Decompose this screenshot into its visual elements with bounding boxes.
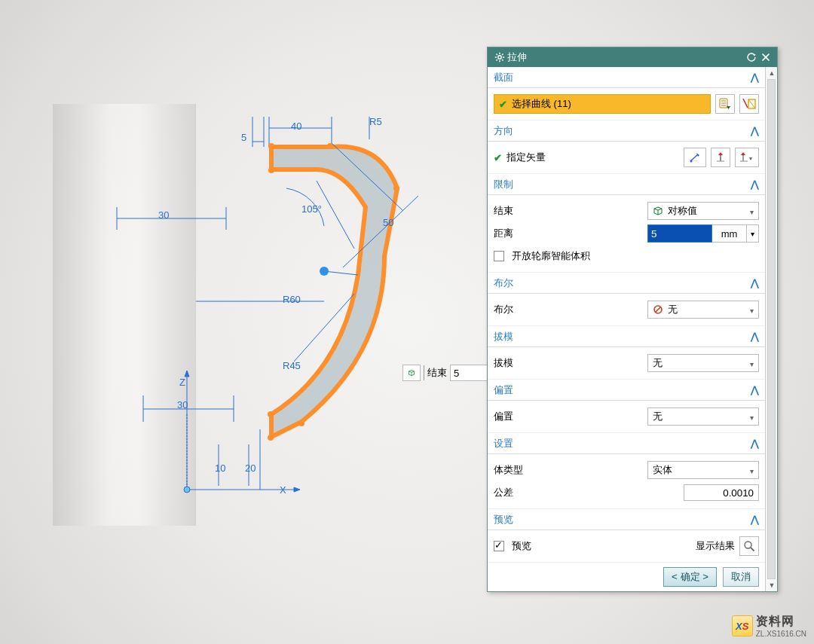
distance-label: 距离 — [494, 227, 562, 240]
dim-r5[interactable]: R5 — [369, 116, 382, 127]
distance-dropdown[interactable]: ▾ — [747, 224, 759, 243]
svg-line-36 — [496, 60, 497, 61]
draft-value: 无 — [653, 356, 663, 370]
section-title-draft: 拔模 — [494, 330, 513, 343]
svg-line-9 — [317, 181, 354, 249]
svg-line-45 — [743, 99, 748, 108]
open-profile-checkbox[interactable] — [494, 251, 504, 261]
ok-button[interactable]: < 确定 > — [663, 567, 717, 587]
svg-marker-24 — [294, 487, 300, 492]
dim-105deg[interactable]: 105° — [301, 203, 322, 215]
panel-title-text: 拉伸 — [507, 50, 744, 64]
distance-unit[interactable]: mm — [712, 224, 747, 243]
reset-icon[interactable] — [746, 52, 757, 63]
section-title-boolean: 布尔 — [494, 276, 513, 290]
svg-point-28 — [498, 56, 501, 59]
chevron-up-icon: ⋀ — [751, 438, 759, 449]
scroll-down-icon[interactable]: ▼ — [766, 579, 778, 591]
bodytype-select[interactable]: 实体 — [647, 461, 759, 479]
boolean-select[interactable]: 无 — [647, 301, 759, 319]
watermark-logo: XS — [732, 615, 753, 636]
chevron-up-icon: ⋀ — [751, 277, 759, 288]
watermark: XS 资料网 ZL.XS1616.CN — [732, 614, 806, 638]
check-icon: ✔ — [494, 152, 502, 163]
dim-r60[interactable]: R60 — [283, 294, 301, 305]
dim-30-bot[interactable]: 30 — [177, 399, 188, 411]
end-type-select[interactable]: 对称值 — [647, 202, 759, 220]
offset-select[interactable]: 无 — [647, 407, 759, 426]
section-header-offset[interactable]: 偏置 ⋀ — [488, 380, 765, 401]
floating-cube-icon[interactable] — [402, 365, 421, 381]
cancel-label: 取消 — [731, 571, 751, 582]
chevron-up-icon: ⋀ — [751, 514, 759, 525]
bodytype-value: 实体 — [653, 463, 672, 477]
arc-center[interactable] — [320, 267, 329, 276]
panel-scrollbar[interactable]: ▲ ▼ — [765, 67, 777, 591]
dim-r45[interactable]: R45 — [283, 360, 301, 371]
select-curve-field[interactable]: ✔ 选择曲线 (11) — [494, 94, 711, 114]
reverse-vector-button[interactable] — [711, 148, 730, 167]
draft-select[interactable]: 无 — [647, 354, 759, 372]
dim-30-top[interactable]: 30 — [158, 209, 169, 221]
show-result-button[interactable] — [739, 536, 759, 556]
section-title-section: 截面 — [494, 71, 513, 84]
cancel-button[interactable]: 取消 — [723, 567, 759, 587]
open-profile-label: 开放轮廓智能体积 — [512, 249, 590, 263]
dim-10[interactable]: 10 — [215, 462, 225, 474]
chevron-up-icon: ⋀ — [751, 72, 759, 83]
section-header-settings[interactable]: 设置 ⋀ — [488, 433, 765, 454]
vector-pick-button[interactable]: … — [684, 148, 706, 167]
watermark-name: 资料网 — [756, 614, 806, 630]
svg-text:…: … — [693, 157, 697, 162]
svg-line-60 — [656, 307, 661, 313]
section-header-limit[interactable]: 限制 ⋀ — [488, 174, 765, 195]
dim-40[interactable]: 40 — [291, 121, 301, 132]
section-header-draft[interactable]: 拔模 ⋀ — [488, 326, 765, 347]
scroll-up-icon[interactable]: ▲ — [766, 67, 778, 79]
magnifier-icon — [743, 540, 755, 552]
section-title-preview: 预览 — [494, 513, 513, 526]
section-title-direction: 方向 — [494, 124, 513, 138]
section-title-offset: 偏置 — [494, 383, 513, 397]
offset-label: 偏置 — [494, 410, 562, 423]
section-header-boolean[interactable]: 布尔 ⋀ — [488, 273, 765, 294]
svg-line-35 — [502, 53, 503, 55]
check-icon: ✔ — [499, 99, 507, 110]
tolerance-label: 公差 — [494, 486, 562, 499]
sketch-svg — [68, 98, 490, 542]
tolerance-input[interactable] — [684, 484, 759, 501]
section-header-section[interactable]: 截面 ⋀ — [488, 67, 765, 88]
select-curve-label: 选择曲线 (11) — [512, 97, 571, 111]
svg-text:▾: ▾ — [749, 155, 752, 162]
axis-x-label: X — [280, 484, 286, 496]
curve-list-button[interactable] — [715, 94, 735, 114]
offset-value: 无 — [653, 410, 663, 423]
svg-marker-53 — [718, 152, 723, 155]
section-header-direction[interactable]: 方向 ⋀ — [488, 121, 765, 142]
dim-50[interactable]: 50 — [383, 217, 393, 228]
boolean-label: 布尔 — [494, 303, 562, 316]
section-title-settings: 设置 — [494, 437, 513, 450]
profile-outline[interactable] — [271, 147, 397, 437]
svg-marker-37 — [753, 54, 755, 56]
dim-5[interactable]: 5 — [241, 132, 246, 143]
section-header-preview[interactable]: 预览 ⋀ — [488, 509, 765, 530]
svg-line-34 — [502, 60, 503, 61]
svg-line-47 — [748, 99, 755, 108]
vector-mode-button[interactable]: ▾ — [735, 148, 759, 167]
cube-icon — [653, 206, 663, 216]
close-icon[interactable] — [761, 53, 770, 62]
chevron-up-icon: ⋀ — [751, 331, 759, 342]
dim-20[interactable]: 20 — [245, 462, 256, 474]
svg-line-62 — [751, 548, 754, 551]
preview-checklabel: 预览 — [512, 539, 531, 553]
sketch-viewport[interactable]: 40 5 R5 105° 30 50 R60 R45 30 10 20 X Z — [68, 98, 490, 545]
section-title-limit: 限制 — [494, 178, 513, 191]
preview-checkbox[interactable] — [494, 541, 504, 551]
distance-input[interactable] — [647, 224, 712, 243]
panel-titlebar[interactable]: 拉伸 — [488, 47, 777, 67]
ok-label: < 确定 > — [672, 571, 708, 582]
sketch-curve-button[interactable] — [739, 94, 759, 114]
scroll-thumb[interactable] — [767, 79, 776, 579]
gear-icon[interactable] — [494, 52, 505, 63]
